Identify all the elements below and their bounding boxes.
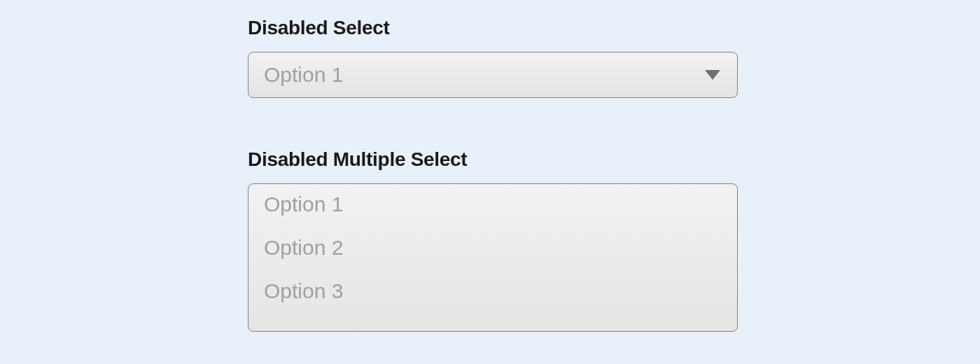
disabled-multi-select: Option 1 Option 2 Option 3 bbox=[248, 183, 738, 332]
multi-select-option: Option 1 bbox=[264, 194, 722, 215]
disabled-select-value: Option 1 bbox=[264, 63, 343, 87]
disabled-select-label: Disabled Select bbox=[248, 17, 738, 39]
chevron-down-icon bbox=[705, 70, 720, 80]
multi-select-option: Option 2 bbox=[264, 237, 722, 258]
disabled-multi-select-label: Disabled Multiple Select bbox=[248, 148, 738, 171]
form-section: Disabled Select Option 1 Disabled Multip… bbox=[248, 17, 738, 332]
disabled-select: Option 1 bbox=[248, 52, 738, 98]
spacer bbox=[248, 98, 738, 148]
multi-select-option: Option 3 bbox=[264, 281, 722, 302]
